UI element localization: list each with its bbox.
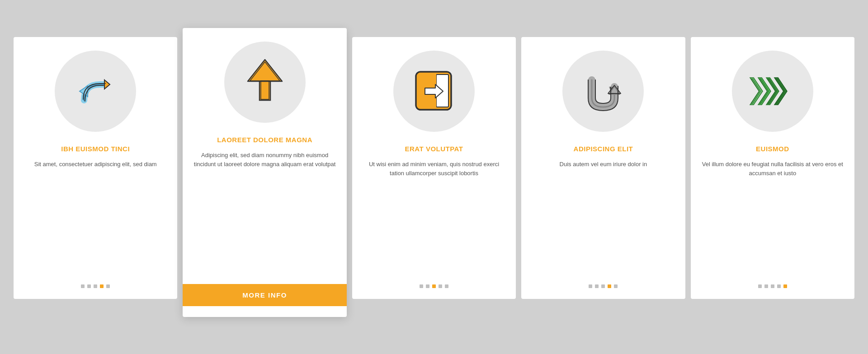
dot-1 <box>589 284 592 288</box>
dot-1 <box>81 284 85 288</box>
card-5-title: EUISMOD <box>756 144 789 154</box>
dot-2 <box>764 284 768 288</box>
card-4-icon-circle <box>562 51 644 132</box>
dot-4 <box>100 284 104 288</box>
card-2-title: LAOREET DOLORE MAGNA <box>217 135 312 144</box>
card-4-dots <box>589 284 618 288</box>
card-5-dots <box>758 284 787 288</box>
card-5-text: Vel illum dolore eu feugiat nulla facili… <box>702 160 844 274</box>
dot-5 <box>445 284 448 288</box>
turn-left-icon <box>71 66 120 116</box>
arrow-up-icon <box>242 55 288 109</box>
dot-3 <box>601 284 605 288</box>
card-2-icon-circle <box>224 42 306 123</box>
dot-5 <box>106 284 110 288</box>
dot-2 <box>87 284 91 288</box>
card-3: ERAT VOLUTPAT Ut wisi enim ad minim veni… <box>352 37 516 299</box>
svg-marker-3 <box>248 60 282 81</box>
card-1-text: Sit amet, consectetuer adipiscing elit, … <box>34 160 157 274</box>
card-2-text: Adipiscing elit, sed diam nonummy nibh e… <box>193 151 335 275</box>
dot-5 <box>783 284 787 288</box>
card-4: ADIPISCING ELIT Duis autem vel eum iriur… <box>521 37 685 299</box>
fast-forward-icon <box>745 71 800 112</box>
enter-door-icon <box>409 66 459 116</box>
card-5: EUISMOD Vel illum dolore eu feugiat null… <box>691 37 854 299</box>
dot-4 <box>777 284 781 288</box>
dot-1 <box>420 284 423 288</box>
card-3-dots <box>420 284 448 288</box>
card-2: LAOREET DOLORE MAGNA Adipiscing elit, se… <box>183 28 346 317</box>
card-3-title: ERAT VOLUTPAT <box>405 144 463 154</box>
card-1-icon-circle <box>55 51 136 132</box>
card-3-icon-circle <box>393 51 475 132</box>
card-4-text: Duis autem vel eum iriure dolor in <box>560 160 647 274</box>
u-turn-icon <box>578 66 628 116</box>
dot-4 <box>608 284 611 288</box>
card-1-dots <box>81 284 110 288</box>
dot-2 <box>426 284 429 288</box>
card-5-icon-circle <box>732 51 813 132</box>
svg-marker-1 <box>104 80 110 89</box>
more-info-button[interactable]: MORE INFO <box>183 284 346 306</box>
dot-3 <box>94 284 97 288</box>
dot-1 <box>758 284 762 288</box>
dot-5 <box>614 284 618 288</box>
dot-4 <box>439 284 442 288</box>
card-1-title: IBH EUISMOD TINCI <box>61 144 130 154</box>
dot-3 <box>432 284 436 288</box>
card-1: IBH EUISMOD TINCI Sit amet, consectetuer… <box>14 37 177 299</box>
card-4-title: ADIPISCING ELIT <box>574 144 633 154</box>
card-3-text: Ut wisi enim ad minim veniam, quis nostr… <box>363 160 505 274</box>
dot-3 <box>771 284 774 288</box>
dot-2 <box>595 284 599 288</box>
cards-container: IBH EUISMOD TINCI Sit amet, consectetuer… <box>14 37 854 317</box>
